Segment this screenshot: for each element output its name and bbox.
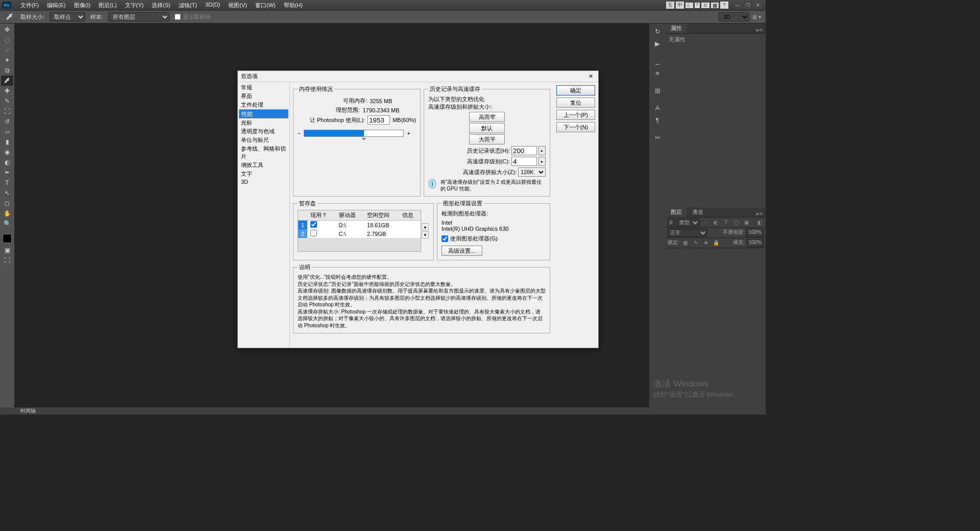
menu-select[interactable]: 选择(S) <box>148 2 175 9</box>
stamp-tool-icon[interactable]: ⛶ <box>1 106 13 116</box>
pen-tool-icon[interactable]: ✒ <box>1 167 13 178</box>
cat-interface[interactable]: 界面 <box>239 92 288 101</box>
para-panel-icon[interactable]: ¶ <box>651 114 664 126</box>
cache-levels-stepper[interactable]: ▸ <box>538 157 546 166</box>
cat-general[interactable]: 常规 <box>239 83 288 92</box>
scratch-table[interactable]: 现用？ 驱动器 空闲空间 信息 1 D:\ 18.61GB <box>298 210 421 238</box>
marquee-tool-icon[interactable]: ◌ <box>1 35 13 45</box>
timeline-tab[interactable]: 时间轴 <box>20 407 36 415</box>
filter-pixel-icon[interactable]: ▫ <box>702 219 710 227</box>
memory-input[interactable] <box>368 115 390 125</box>
color-swatch[interactable] <box>3 234 12 243</box>
lock-pixels-icon[interactable]: ✎ <box>692 239 700 247</box>
fx-panel-icon[interactable]: ✂ <box>651 132 664 143</box>
brush-panel-icon[interactable]: ⎯ <box>651 55 664 66</box>
quickmask-icon[interactable]: ▣ <box>1 245 13 255</box>
history-brush-tool-icon[interactable]: ↺ <box>1 116 13 127</box>
dialog-close-button[interactable]: ✕ <box>586 72 595 81</box>
eyedropper-tool-icon[interactable] <box>1 76 13 86</box>
btn-big-flat[interactable]: 大而平 <box>469 134 505 144</box>
next-button[interactable]: 下一个(N) <box>556 122 595 132</box>
prev-button[interactable]: 上一个(P) <box>556 110 595 120</box>
slider-minus-icon[interactable]: − <box>298 130 301 136</box>
fill-value[interactable]: 100% <box>746 239 764 247</box>
menu-view[interactable]: 视图(V) <box>224 2 251 9</box>
opacity-value[interactable]: 100% <box>746 229 764 237</box>
menu-edit[interactable]: 编辑(E) <box>43 2 70 9</box>
tab-channels[interactable]: 通道 <box>687 207 708 217</box>
cat-units[interactable]: 单位与标尺 <box>239 136 288 144</box>
tab-layers[interactable]: 图层 <box>666 207 687 217</box>
move-tool-icon[interactable]: ✥ <box>1 25 13 35</box>
reset-button[interactable]: 复位 <box>556 98 595 108</box>
menu-layer[interactable]: 图层(L) <box>94 2 120 9</box>
scratch-move-down-icon[interactable]: ▼ <box>422 231 429 238</box>
shape-tool-icon[interactable]: ◻ <box>1 198 13 208</box>
filter-smart-icon[interactable]: ▣ <box>743 219 751 227</box>
lock-all-icon[interactable]: 🔒 <box>712 239 720 247</box>
scratch-2-checkbox[interactable] <box>310 230 317 236</box>
hand-tool-icon[interactable]: ✋ <box>1 208 13 219</box>
filter-toggle-icon[interactable]: ◧ <box>755 219 764 227</box>
layers-menu-icon[interactable]: ▸≡ <box>753 210 766 217</box>
heal-tool-icon[interactable]: ✚ <box>1 86 13 96</box>
cat-cursors[interactable]: 光标 <box>239 118 288 127</box>
menu-help[interactable]: 帮助(H) <box>280 2 307 9</box>
menu-3d[interactable]: 3D(D) <box>201 2 224 9</box>
memory-slider[interactable] <box>304 130 404 137</box>
filter-shape-icon[interactable]: ▢ <box>732 219 741 227</box>
history-states-stepper[interactable]: ▸ <box>538 146 546 155</box>
cat-type[interactable]: 文字 <box>239 170 288 178</box>
sample-size-select[interactable]: 取样点 <box>50 12 85 21</box>
adjust-panel-icon[interactable]: ⊞ <box>651 85 664 96</box>
blend-mode-select[interactable]: 正常 <box>668 229 707 237</box>
screenmode-icon[interactable]: ⛶ <box>1 255 13 266</box>
window-maximize-icon[interactable]: ❐ <box>743 2 752 9</box>
actions-panel-icon[interactable]: ▶ <box>651 38 664 49</box>
gradient-tool-icon[interactable]: ▮ <box>1 137 13 147</box>
swatches-panel-icon[interactable]: ≡ <box>651 67 664 79</box>
scratch-1-checkbox[interactable] <box>310 221 317 228</box>
eyedropper-tool-icon[interactable] <box>4 12 15 22</box>
zoom-tool-icon[interactable]: 🔍 <box>1 219 13 229</box>
cat-guides[interactable]: 参考线、网格和切片 <box>239 144 288 161</box>
show-sampling-ring-checkbox[interactable]: 显示取样环 <box>175 13 211 21</box>
tile-size-select[interactable]: 128K <box>518 167 546 177</box>
gpu-advanced-button[interactable]: 高级设置... <box>442 246 482 256</box>
workspace-3d-select[interactable]: 3D <box>719 12 749 21</box>
history-states-input[interactable] <box>511 146 537 155</box>
btn-default[interactable]: 默认 <box>469 123 505 133</box>
cat-transparency[interactable]: 透明度与色域 <box>239 127 288 136</box>
slider-plus-icon[interactable]: + <box>407 130 410 136</box>
dodge-tool-icon[interactable]: ◐ <box>1 157 13 167</box>
crop-tool-icon[interactable]: ⧉ <box>1 65 13 76</box>
btn-tall-thin[interactable]: 高而窄 <box>469 112 505 122</box>
eraser-tool-icon[interactable]: ▱ <box>1 127 13 137</box>
show-ring-input[interactable] <box>175 14 181 20</box>
tab-properties[interactable]: 属性 <box>666 23 687 33</box>
filter-type-icon[interactable]: T <box>722 219 730 227</box>
menu-file[interactable]: 文件(F) <box>16 2 43 9</box>
lock-pos-icon[interactable]: ✥ <box>702 239 710 247</box>
ok-button[interactable]: 确定 <box>556 85 595 95</box>
type-tool-icon[interactable]: T <box>1 178 13 188</box>
use-gpu-checkbox[interactable] <box>442 235 448 242</box>
menu-type[interactable]: 文字(Y) <box>121 2 148 9</box>
cat-3d[interactable]: 3D <box>239 178 288 185</box>
char-panel-icon[interactable]: A <box>651 102 664 113</box>
wand-tool-icon[interactable]: ✦ <box>1 55 13 65</box>
menu-image[interactable]: 图像(I) <box>70 2 94 9</box>
lasso-tool-icon[interactable]: ⟋ <box>1 45 13 55</box>
lock-trans-icon[interactable]: ▦ <box>681 239 690 247</box>
window-close-icon[interactable]: ✕ <box>753 2 763 9</box>
cat-filehandling[interactable]: 文件处理 <box>239 101 288 109</box>
panel-menu-icon[interactable]: ▸≡ <box>753 27 766 33</box>
filter-adjust-icon[interactable]: ◐ <box>712 219 720 227</box>
scratch-move-up-icon[interactable]: ▲ <box>422 223 429 230</box>
sample-layers-select[interactable]: 所有图层 <box>108 12 169 21</box>
scratch-row-2[interactable]: 2 C:\ 2.79GB <box>298 229 421 238</box>
window-minimize-icon[interactable]: — <box>733 2 742 9</box>
workspace-switcher-icon[interactable]: ⊞ ▾ <box>752 14 762 20</box>
cat-performance[interactable]: 性能 <box>239 109 288 118</box>
scratch-row-1[interactable]: 1 D:\ 18.61GB <box>298 221 421 230</box>
